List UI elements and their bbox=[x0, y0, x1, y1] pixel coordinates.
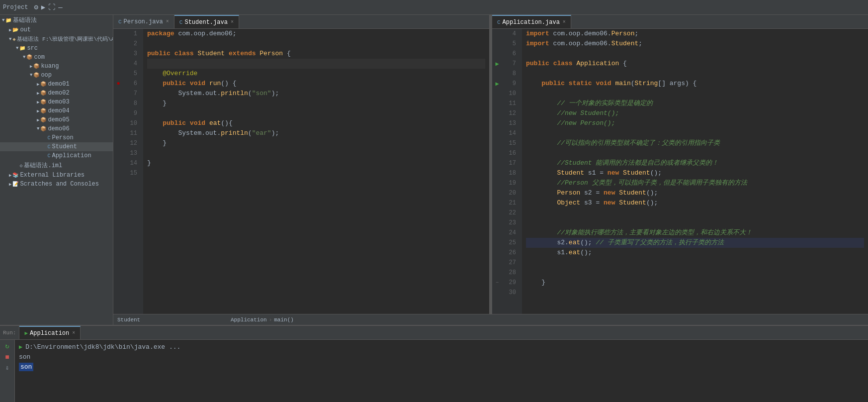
gutter-mark bbox=[492, 238, 502, 248]
tab-person[interactable]: C Person.java × bbox=[113, 15, 174, 28]
console-output[interactable]: ▶ D:\Environment\jdk8\jdk\bin\java.exe .… bbox=[15, 340, 868, 402]
sidebar-item-label: demo01 bbox=[48, 81, 69, 88]
sidebar-item-demo05[interactable]: ▶ 📦 demo05 bbox=[0, 115, 113, 124]
expand-icon: ▶ bbox=[37, 108, 39, 114]
console-output-text1: son bbox=[19, 353, 30, 361]
gutter-mark bbox=[113, 168, 123, 178]
sidebar-item-demo01[interactable]: ▶ 📦 demo01 bbox=[0, 80, 113, 89]
gutter-mark: − bbox=[492, 278, 502, 288]
line-number: 6 bbox=[502, 49, 519, 59]
code-line: public static void main(String[] args) { bbox=[526, 79, 864, 89]
top-bar: Project ⚙ ▶ ⛶ — bbox=[0, 0, 868, 15]
code-line: //new Student(); bbox=[526, 108, 864, 118]
run-config-icon[interactable]: ▶ bbox=[41, 3, 45, 11]
expand-icon: ▶ bbox=[37, 100, 39, 105]
run-tab-icon: ▶ bbox=[24, 330, 28, 336]
breadcrumb-container: Student Application › main() bbox=[113, 314, 868, 325]
breadcrumb-sep: › bbox=[269, 317, 272, 323]
sidebar-item-demo02[interactable]: ▶ 📦 demo02 bbox=[0, 89, 113, 98]
right-editor-scroll[interactable]: ▶▶− 456789101112131415161718192021222324… bbox=[492, 29, 868, 314]
line-number: 17 bbox=[502, 158, 519, 168]
rerun-button[interactable]: ↻ bbox=[5, 342, 9, 350]
sidebar-item-application[interactable]: ▶ C Application bbox=[0, 151, 113, 160]
right-editor-pane: C Application.java × ▶▶− 456789101112131… bbox=[492, 15, 868, 314]
tab-close-person[interactable]: × bbox=[166, 19, 169, 24]
gutter-mark bbox=[492, 198, 502, 208]
sidebar-item-label: 基础语法 F:\班级管理\网课班\代码\A bbox=[17, 35, 113, 43]
line-number: 9 bbox=[123, 108, 140, 118]
fold-icon[interactable]: − bbox=[496, 280, 499, 286]
line-number: 25 bbox=[502, 238, 519, 248]
sidebar-root-path[interactable]: ▼ ◆ 基础语法 F:\班级管理\网课班\代码\A bbox=[0, 34, 113, 44]
code-line: //Person 父类型，可以指向子类，但是不能调用子类独有的方法 bbox=[526, 178, 864, 188]
line-number: 11 bbox=[502, 99, 519, 108]
bottom-tab-label: Application bbox=[30, 330, 69, 337]
iml-icon: ◇ bbox=[19, 163, 22, 169]
gutter-mark bbox=[113, 29, 123, 39]
code-line: } bbox=[147, 138, 485, 148]
editor-area: C Person.java × C Student.java × ● bbox=[113, 15, 868, 325]
line-number: 15 bbox=[123, 168, 140, 178]
gutter-mark bbox=[492, 248, 502, 258]
scroll-end-button[interactable]: ⇩ bbox=[5, 364, 9, 372]
expand-icon: ▼ bbox=[2, 18, 4, 23]
folder-icon: 📁 bbox=[5, 17, 11, 23]
code-line: public class Application { bbox=[526, 59, 864, 69]
settings-icon[interactable]: ⚙ bbox=[34, 3, 38, 11]
tab-student[interactable]: C Student.java × bbox=[174, 15, 239, 28]
project-label[interactable]: Project bbox=[3, 4, 28, 11]
left-breadcrumb: Student bbox=[113, 314, 227, 325]
gutter-mark bbox=[113, 69, 123, 79]
sidebar-item-com[interactable]: ▼ 📦 com bbox=[0, 53, 113, 62]
bottom-tab-close[interactable]: × bbox=[72, 330, 75, 336]
sidebar-item-src[interactable]: ▼ 📁 src bbox=[0, 44, 113, 53]
sidebar-item-scratches[interactable]: ▶ 📝 Scratches and Consoles bbox=[0, 180, 113, 189]
line-number: 11 bbox=[123, 128, 140, 138]
bottom-left-icons: ↻ ■ ⇩ bbox=[0, 340, 15, 402]
minimize-icon[interactable]: — bbox=[58, 3, 62, 11]
main-layout: ▼ 📁 基础语法 ▶ 📂 out ▼ ◆ 基础语法 F:\班级管理\网课班\代码… bbox=[0, 15, 868, 325]
sidebar-item-label: demo06 bbox=[48, 125, 69, 132]
sidebar-item-label: demo02 bbox=[48, 90, 69, 97]
sidebar-item-student[interactable]: ▶ C Student bbox=[0, 142, 113, 151]
right-code-content[interactable]: import com.oop.demo06.Person; import com… bbox=[522, 29, 868, 314]
sidebar-item-person[interactable]: ▶ C Person bbox=[0, 133, 113, 142]
tab-close-student[interactable]: × bbox=[231, 19, 234, 25]
code-line: // 一个对象的实际类型是确定的 bbox=[526, 99, 864, 108]
run-arrow-icon[interactable]: ▶ bbox=[495, 60, 499, 68]
folder-icon: 📁 bbox=[19, 45, 25, 51]
sidebar-item-kuang[interactable]: ▶ 📦 kuang bbox=[0, 62, 113, 71]
sidebar-item-oop[interactable]: ▼ 📦 oop bbox=[0, 71, 113, 80]
tab-close-application[interactable]: × bbox=[563, 19, 566, 25]
left-code-content[interactable]: package com.oop.demo06; public class Stu… bbox=[143, 29, 489, 314]
sidebar-item-demo03[interactable]: ▶ 📦 demo03 bbox=[0, 98, 113, 106]
expand-icon: ▼ bbox=[9, 37, 11, 42]
breakpoint-icon: ● bbox=[116, 80, 120, 87]
sidebar-item-ext-libs[interactable]: ▶ 📚 External Libraries bbox=[0, 171, 113, 180]
left-editor-scroll[interactable]: ● 123456789101112131415 package com.oop.… bbox=[113, 29, 489, 314]
gutter-mark bbox=[113, 59, 123, 69]
gutter-mark: ▶ bbox=[492, 79, 502, 89]
sidebar-item-demo04[interactable]: ▶ 📦 demo04 bbox=[0, 106, 113, 115]
package-icon: 📦 bbox=[40, 81, 46, 87]
tab-label: Application.java bbox=[503, 19, 560, 26]
gutter-mark bbox=[492, 288, 502, 298]
right-line-numbers: 4567891011121314151617181920212223242526… bbox=[502, 29, 522, 314]
folder-icon: 📂 bbox=[12, 27, 18, 33]
sidebar-root[interactable]: ▼ 📁 基础语法 bbox=[0, 15, 113, 25]
console-output-text2: son bbox=[19, 363, 33, 371]
stop-button[interactable]: ■ bbox=[5, 353, 9, 361]
line-number: 29 bbox=[502, 278, 519, 288]
line-number: 5 bbox=[502, 39, 519, 49]
sidebar-item-iml[interactable]: ▶ ◇ 基础语法.iml bbox=[0, 160, 113, 171]
layout-icon[interactable]: ⛶ bbox=[48, 3, 55, 11]
gutter-mark bbox=[113, 99, 123, 108]
sidebar-item-demo06[interactable]: ▼ 📦 demo06 bbox=[0, 124, 113, 133]
sidebar-item-out[interactable]: ▶ 📂 out bbox=[0, 25, 113, 34]
bottom-tab-application[interactable]: ▶ Application × bbox=[19, 326, 81, 339]
tab-application[interactable]: C Application.java × bbox=[492, 15, 571, 28]
gutter-mark bbox=[492, 178, 502, 188]
code-line: } bbox=[147, 158, 485, 168]
run-arrow-icon[interactable]: ▶ bbox=[495, 80, 499, 88]
package-icon: 📦 bbox=[40, 108, 46, 114]
